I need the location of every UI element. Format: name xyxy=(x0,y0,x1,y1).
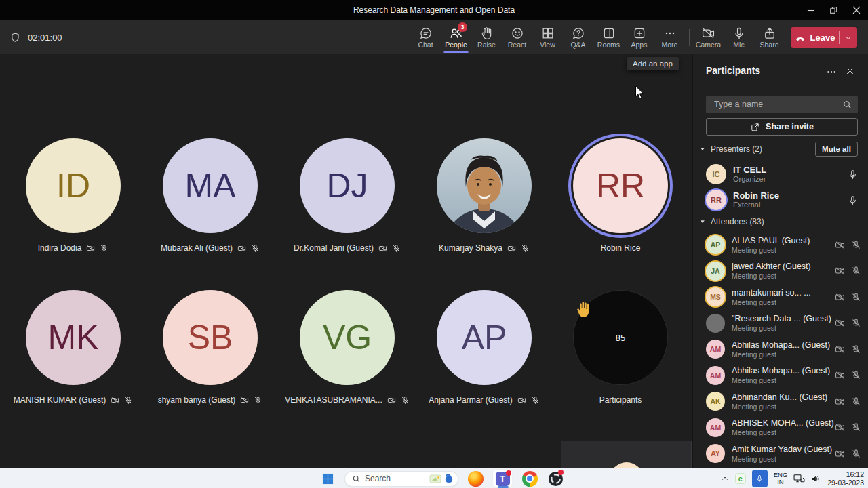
attendee-row[interactable]: MS mamtakumari so... ... Meeting guest 3 xyxy=(693,284,868,310)
eset-tray-icon[interactable]: e xyxy=(735,473,746,484)
taskbar-search[interactable]: Search xyxy=(344,471,458,487)
participant-tile[interactable]: MA Mubarak Ali (Guest) xyxy=(142,138,279,253)
view-label: View xyxy=(540,41,555,49)
camera-off-icon xyxy=(835,292,845,302)
participants-panel: Participants Share invite Presenters (2)… xyxy=(692,54,868,468)
mic-off-icon xyxy=(531,396,540,405)
attendee-row[interactable]: JA jawed Akhter (Guest) Meeting guest 2 xyxy=(693,258,868,285)
firefox-icon[interactable] xyxy=(467,469,484,488)
view-button[interactable]: View xyxy=(532,20,563,54)
avatar-initials: RR xyxy=(711,196,722,204)
attendees-section-header[interactable]: Attendees (83) xyxy=(699,217,764,226)
notification-dot xyxy=(558,470,564,475)
presenter-mic-icon[interactable] xyxy=(848,169,858,180)
search-highlight-icon[interactable] xyxy=(429,472,454,485)
minimize-button[interactable] xyxy=(799,0,822,20)
mic-icon xyxy=(755,474,764,483)
avatar: ID xyxy=(26,138,121,233)
participant-tile[interactable]: MK MANISH KUMAR (Guest) xyxy=(5,290,142,405)
rooms-button[interactable]: Rooms xyxy=(593,20,624,54)
qa-button[interactable]: Q&A xyxy=(563,20,593,54)
mute-all-button[interactable]: Mute all xyxy=(815,142,858,157)
presenter-row[interactable]: RR Robin Rice External xyxy=(693,187,868,213)
participant-tile[interactable]: AP Anjana Parmar (Guest) xyxy=(416,290,553,405)
network-icon[interactable] xyxy=(793,474,805,484)
avatar-initials: MA xyxy=(185,166,236,205)
attendee-row[interactable]: AM Abhilas Mohapa... (Guest) Meeting gue… xyxy=(693,363,868,389)
restore-button[interactable] xyxy=(822,0,845,20)
attendee-row[interactable]: AM ABHISEK MOHA... (Guest) Meeting guest xyxy=(693,415,868,441)
participant-search[interactable] xyxy=(706,96,858,113)
camera-off-icon xyxy=(835,344,845,354)
participant-tile[interactable]: VG VENKATASUBRAMANIA... xyxy=(279,290,416,405)
participant-tile[interactable]: SB shyam bariya (Guest) xyxy=(142,290,279,405)
attendee-row[interactable]: AP ALIAS PAUL (Guest) Meeting guest 1 xyxy=(693,232,868,258)
tray-chevron-up-icon[interactable] xyxy=(721,474,729,483)
teams-icon[interactable]: T xyxy=(492,469,513,488)
avatar: MK xyxy=(26,290,121,385)
presenter-text: Robin Rice External xyxy=(733,190,848,209)
windows-start-icon xyxy=(322,473,334,485)
obs-icon[interactable] xyxy=(547,469,564,488)
attendee-row[interactable]: AY Amit Kumar Yadav (Guest) Meeting gues… xyxy=(693,441,868,467)
start-button[interactable] xyxy=(319,469,336,488)
presenters-section-header[interactable]: Presenters (2) xyxy=(699,144,762,154)
avatar-initials: AY xyxy=(711,449,720,458)
overflow-participants-tile[interactable]: 85 Participants xyxy=(552,290,689,405)
chat-button[interactable]: Chat xyxy=(410,20,441,54)
meeting-toolbar: 02:01:00 Chat People 3 Raise React xyxy=(0,20,868,54)
close-button[interactable] xyxy=(845,0,868,20)
camera-button[interactable]: Camera xyxy=(693,20,724,54)
avatar-initials: AM xyxy=(710,371,721,380)
tooltip-text: Add an app xyxy=(633,60,673,68)
panel-close-button[interactable] xyxy=(845,66,855,79)
tray-mic-button[interactable] xyxy=(752,470,768,487)
avatar-initials: JA xyxy=(711,267,719,275)
attendee-row[interactable]: "Research Data ... (Guest) Meeting guest xyxy=(693,310,868,337)
chrome-icon[interactable] xyxy=(521,469,538,488)
attendee-status-icons xyxy=(835,441,861,467)
presenter-text: IT CELL Organizer xyxy=(733,165,848,184)
clock[interactable]: 16:12 29-03-2023 xyxy=(827,470,864,487)
panel-more-button[interactable] xyxy=(826,66,837,80)
attendees-header-label: Attendees (83) xyxy=(711,217,764,226)
apps-button[interactable]: Apps xyxy=(624,20,654,54)
leave-main[interactable]: Leave xyxy=(791,33,839,43)
leave-options-button[interactable] xyxy=(840,34,857,42)
mic-button[interactable]: Mic xyxy=(724,20,754,54)
people-button[interactable]: People 3 xyxy=(441,20,471,54)
participant-tile[interactable]: DJ Dr.Komal Jani (Guest) xyxy=(279,138,416,253)
window-controls xyxy=(799,0,868,20)
chat-icon xyxy=(419,26,433,40)
participant-tile-speaking[interactable]: RR Robin Rice xyxy=(552,138,689,253)
avatar-initials: MK xyxy=(48,318,99,357)
react-button[interactable]: React xyxy=(502,20,532,54)
presenter-name: IT CELL xyxy=(733,165,848,175)
camera-off-icon xyxy=(835,318,845,328)
presenter-row[interactable]: IC IT CELL Organizer xyxy=(693,161,868,187)
participant-name: VENKATASUBRAMANIA... xyxy=(285,395,382,405)
camera-off-icon xyxy=(835,396,845,407)
camera-off-icon xyxy=(835,240,845,250)
presenter-mic-icon[interactable] xyxy=(848,195,858,205)
language-indicator[interactable]: ENG IN xyxy=(774,472,788,485)
participant-tile[interactable]: Kumarjay Shakya xyxy=(416,138,553,253)
mic-off-icon xyxy=(851,449,861,459)
taskbar-center: Search T xyxy=(319,468,564,488)
camera-off-icon xyxy=(835,422,845,432)
speaker-icon[interactable] xyxy=(811,474,821,484)
participant-photo xyxy=(437,138,532,233)
participant-tile[interactable]: ID Indira Dodia xyxy=(5,138,142,253)
attendee-row[interactable]: AM Abhilas Mohapa... (Guest) Meeting gue… xyxy=(693,336,868,363)
search-input[interactable] xyxy=(713,99,842,110)
mic-off-icon xyxy=(851,292,861,302)
people-badge: 3 xyxy=(458,22,467,32)
camera-off-icon xyxy=(387,396,396,405)
attendee-row[interactable]: AK Abhinandan Ku... (Guest) Meeting gues… xyxy=(693,388,868,415)
raise-button[interactable]: Raise xyxy=(471,20,502,54)
mic-off-icon xyxy=(851,396,861,407)
share-invite-button[interactable]: Share invite xyxy=(706,118,858,136)
share-button[interactable]: Share xyxy=(754,20,785,54)
leave-button[interactable]: Leave xyxy=(791,27,857,48)
more-button[interactable]: More xyxy=(654,20,685,54)
